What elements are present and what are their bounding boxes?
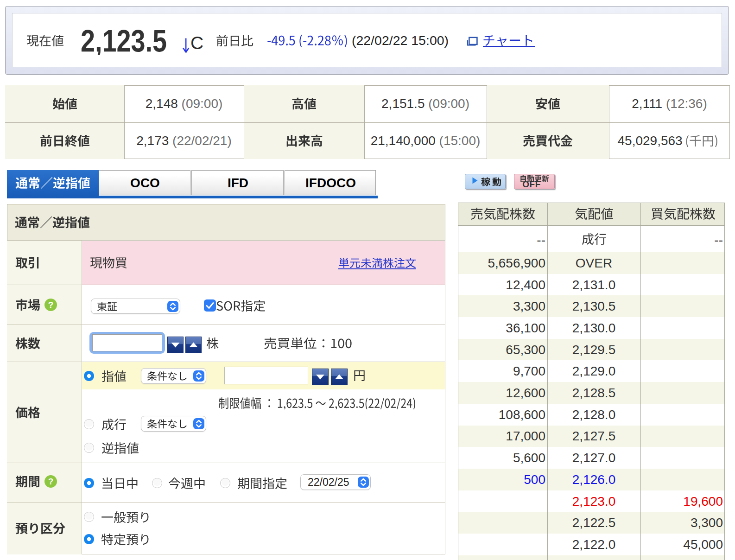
svg-text:?: ? <box>48 477 54 486</box>
svg-text:?: ? <box>48 300 54 310</box>
